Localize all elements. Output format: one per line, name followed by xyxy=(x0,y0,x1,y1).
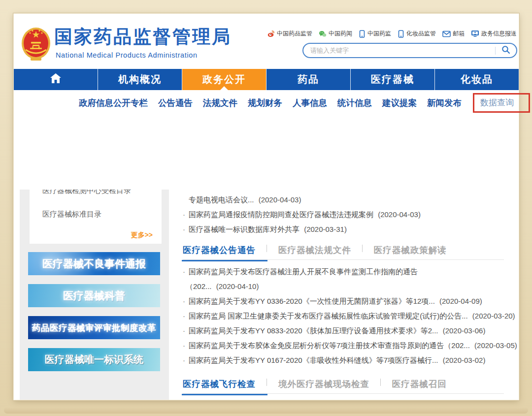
bullet: · xyxy=(183,323,185,338)
quick-link-label: 邮箱 xyxy=(453,30,465,38)
news-date: (2020-04-03) xyxy=(378,210,421,219)
tab-device-regulations[interactable]: 医疗器械法规文件 xyxy=(278,244,351,256)
page: 国家药品监督管理局 National Medical Products Admi… xyxy=(14,14,519,400)
news-date: (2020-04-09) xyxy=(439,297,482,305)
news-title: 国家药监局关于发布医疗器械注册人开展不良事件监测工作指南的通告 xyxy=(189,267,418,276)
phone-icon xyxy=(359,30,366,38)
news-date: (2020-04-03) xyxy=(259,195,301,204)
tab-device-policy[interactable]: 医疗器械政策解读 xyxy=(374,244,447,256)
main-nav: 机构概况 政务公开 药品 医疗器械 化妆品 xyxy=(14,69,519,90)
search-icon xyxy=(501,45,510,56)
subnav-item-statistics[interactable]: 统计信息 xyxy=(337,97,372,109)
tab-flight-inspection[interactable]: 医疗器械飞行检查 xyxy=(183,378,256,390)
quick-link-label: 政务信息报送 xyxy=(481,30,517,38)
news-title: 专题电视电话会议... xyxy=(189,195,254,204)
subnav-item-data-query[interactable]: 数据查询 xyxy=(480,98,514,107)
nav-item-overview[interactable]: 机构概况 xyxy=(98,69,182,90)
notice-item[interactable]: · 国家药监局关于发布YY 0167-2020《非吸收性外科缝线》等7项医疗器械… xyxy=(169,353,519,368)
national-emblem-logo xyxy=(21,26,51,63)
nav-label: 机构概况 xyxy=(118,73,162,86)
notice-item[interactable]: · 国家药监局 国家卫生健康委关于发布医疗器械拓展性临床试验管理规定(试行)的公… xyxy=(169,309,519,323)
sidebar-list-panel: 医疗器械检测中心受检目录 医疗器械标准目录 更多>> xyxy=(30,190,162,244)
subnav-item-planning-finance[interactable]: 规划财务 xyxy=(248,97,282,109)
quick-link-wechat[interactable]: 中国药闻 xyxy=(319,30,352,38)
sidebar-list-item[interactable]: 医疗器械标准目录 xyxy=(42,210,162,219)
bullet: · xyxy=(183,338,185,353)
weibo-icon xyxy=(267,30,275,38)
news-date: (2020-04-10) xyxy=(216,282,259,290)
nav-item-cosmetics[interactable]: 化妆品 xyxy=(435,69,519,90)
nav-item-gov-affairs[interactable]: 政务公开 xyxy=(182,69,266,90)
news-title: （202... xyxy=(186,282,212,290)
subnav-item-personnel[interactable]: 人事信息 xyxy=(293,97,327,109)
subnav-item-news-release[interactable]: 新闻发布 xyxy=(427,97,462,109)
notice-item[interactable]: · 国家药监局关于发布医疗器械注册人开展不良事件监测工作指南的通告 xyxy=(169,264,519,279)
quick-link-weibo[interactable]: 中国药品监管 xyxy=(267,30,312,38)
mail-icon xyxy=(442,31,451,37)
nav-item-medical-devices[interactable]: 医疗器械 xyxy=(351,69,435,90)
subnav: 政府信息公开专栏 公告通告 法规文件 规划财务 人事信息 统计信息 建议提案 新… xyxy=(79,91,530,115)
notice-item-continued[interactable]: · （202... (2020-04-10) xyxy=(169,279,519,294)
nav-label: 医疗器械 xyxy=(371,73,414,86)
banner-adverse-event-report[interactable]: 医疗器械不良事件通报 xyxy=(28,252,160,275)
sidebar-list-item[interactable]: 医疗器械检测中心受检目录 xyxy=(42,190,162,195)
banner-device-science[interactable]: 医疗器械科普 xyxy=(28,284,160,307)
nav-item-home[interactable] xyxy=(14,69,98,90)
news-title: 国家药监局 国家卫生健康委关于发布医疗器械拓展性临床试验管理规定(试行)的公告.… xyxy=(189,312,468,320)
news-date: (2020-03-06) xyxy=(443,326,486,335)
site-subtitle: National Medical Products Administration xyxy=(56,51,198,59)
notice-item[interactable]: · 国家药监局关于发布YY 0336-2020《一次性使用无菌阴道扩张器》等12… xyxy=(169,294,519,309)
quick-link-label: 中国药品监管 xyxy=(277,30,312,38)
quick-link-mail[interactable]: 邮箱 xyxy=(442,30,465,38)
quick-link-gov-report[interactable]: 政务信息报送 xyxy=(471,30,517,38)
tab-device-notices[interactable]: 医疗器械公告通告 xyxy=(183,244,256,256)
quick-link-label: 中国药监 xyxy=(367,30,391,38)
news-date: (2020-03-20) xyxy=(472,312,515,320)
search-bar xyxy=(302,43,517,58)
home-icon xyxy=(50,73,62,86)
main-content: · 专题电视电话会议... (2020-04-03) · 国家药监局通报疫情防控… xyxy=(169,190,519,400)
nav-label: 政务公开 xyxy=(202,73,246,86)
news-title: 国家药监局关于发布胶体金免疫层析分析仪等7项注册技术审查指导原则的通告（202.… xyxy=(189,341,470,350)
search-button[interactable] xyxy=(496,44,516,57)
news-item[interactable]: · 国家药监局通报疫情防控期间查处医疗器械违法违规案例 (2020-04-03) xyxy=(169,207,519,222)
highlight-box: 数据查询 xyxy=(473,93,530,113)
bullet: · xyxy=(183,294,185,309)
notice-item[interactable]: · 国家药监局关于发布胶体金免疫层析分析仪等7项注册技术审查指导原则的通告（20… xyxy=(169,338,519,353)
bullet: · xyxy=(183,207,185,222)
bullet: · xyxy=(183,264,185,279)
news-item[interactable]: · 专题电视电话会议... (2020-04-03) xyxy=(169,192,519,207)
news-date: (2020-03-02) xyxy=(443,356,486,364)
tab-separator xyxy=(362,245,363,252)
nav-item-drugs[interactable]: 药品 xyxy=(266,69,351,90)
news-item[interactable]: · 医疗器械唯一标识数据库对外共享 (2020-03-31) xyxy=(169,222,519,237)
subnav-item-regulations[interactable]: 法规文件 xyxy=(203,97,237,109)
nav-label: 药品 xyxy=(298,73,319,86)
search-input[interactable] xyxy=(303,47,495,54)
subnav-item-gov-info[interactable]: 政府信息公开专栏 xyxy=(79,97,148,109)
sidebar: 医疗器械检测中心受检目录 医疗器械标准目录 更多>> 医疗器械不良事件通报 医疗… xyxy=(20,190,169,400)
more-link[interactable]: 更多>> xyxy=(131,231,153,240)
quick-link-label: 化妆品监管 xyxy=(406,30,436,38)
monitor-icon xyxy=(471,30,479,37)
banner-review-reform[interactable]: 药品医疗器械审评审批制度改革 xyxy=(28,316,160,339)
subnav-item-notices[interactable]: 公告通告 xyxy=(158,97,193,109)
subnav-item-proposals[interactable]: 建议提案 xyxy=(382,97,417,109)
tab-separator xyxy=(380,379,381,386)
news-title: 国家药监局通报疫情防控期间查处医疗器械违法违规案例 xyxy=(189,210,373,219)
news-date: (2020-03-05) xyxy=(474,341,517,350)
nav-label: 化妆品 xyxy=(461,73,493,86)
news-title: 国家药监局关于发布YY 0336-2020《一次性使用无菌阴道扩张器》等12项.… xyxy=(189,297,435,305)
tab-device-recall[interactable]: 医疗器械召回 xyxy=(392,378,447,390)
bullet: · xyxy=(183,353,185,368)
notice-item[interactable]: · 国家药监局关于发布YY 0833-2020《肢体加压理疗设备通用技术要求》等… xyxy=(169,323,519,338)
tab-separator xyxy=(266,379,267,386)
news-date: (2020-03-31) xyxy=(304,225,347,233)
quick-link-cosmetics-app[interactable]: 化妆品监管 xyxy=(398,30,436,38)
quick-link-app[interactable]: 中国药监 xyxy=(359,30,391,38)
banner-udi-system[interactable]: 医疗器械唯一标识系统 xyxy=(28,348,160,371)
top-news-list: · 专题电视电话会议... (2020-04-03) · 国家药监局通报疫情防控… xyxy=(169,192,519,237)
notice-tab-row: 医疗器械公告通告 医疗器械法规文件 医疗器械政策解读 xyxy=(183,241,504,260)
tab-overseas-inspection[interactable]: 境外医疗器械现场检查 xyxy=(278,378,369,390)
tab-separator xyxy=(266,245,267,252)
